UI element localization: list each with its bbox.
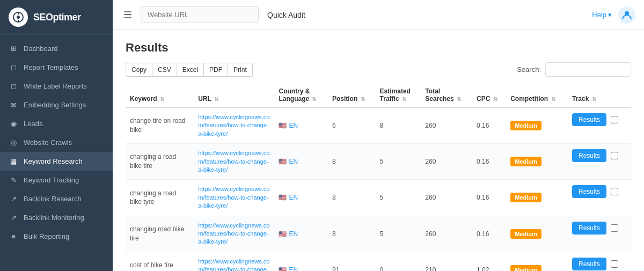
- total-searches-cell: 260: [421, 107, 472, 144]
- csv-button[interactable]: CSV: [152, 63, 177, 77]
- sidebar-item-bulk-reporting[interactable]: ≡ Bulk Reporting: [0, 227, 113, 246]
- sort-icon: ⇅: [214, 96, 218, 102]
- flag-icon: 🇺🇸: [279, 266, 287, 271]
- track-checkbox[interactable]: [611, 260, 618, 268]
- track-cell: Results: [568, 144, 631, 167]
- sort-icon: ⇅: [592, 96, 596, 102]
- results-table-wrapper: Keyword ⇅ URL ⇅ Country &Language ⇅ Posi…: [126, 83, 631, 271]
- sidebar-item-leads[interactable]: ◉ Leads: [0, 114, 113, 133]
- position-cell: 8: [328, 144, 376, 180]
- table-header-row: Keyword ⇅ URL ⇅ Country &Language ⇅ Posi…: [126, 83, 631, 107]
- sidebar-item-label: Keyword Research: [24, 157, 83, 165]
- url-cell[interactable]: https://www.cyclingnews.com/features/how…: [194, 144, 274, 180]
- competition-cell: Medium: [506, 144, 568, 180]
- search-input[interactable]: [545, 62, 631, 77]
- logo-text: SEOptimer: [33, 12, 81, 23]
- results-button[interactable]: Results: [572, 258, 606, 270]
- sidebar-item-label: Bulk Reporting: [24, 232, 69, 240]
- copy-button[interactable]: Copy: [126, 63, 152, 77]
- col-est-traffic: EstimatedTraffic ⇅: [376, 83, 421, 107]
- dashboard-icon: ⊞: [9, 45, 18, 53]
- cpc-cell: 1.02: [472, 252, 506, 271]
- sidebar-item-label: Leads: [24, 120, 42, 128]
- track-cell: Results: [568, 108, 631, 131]
- sort-icon: ⇅: [361, 96, 365, 102]
- print-button[interactable]: Print: [228, 63, 253, 77]
- medium-badge: Medium: [510, 157, 541, 166]
- sidebar-item-white-label-reports[interactable]: ◻ White Label Reports: [0, 77, 113, 96]
- total-searches-cell: 260: [421, 144, 472, 180]
- header: ☰ Quick Audit Help ▾: [113, 0, 644, 30]
- sidebar-logo[interactable]: SEOptimer: [0, 0, 113, 35]
- track-checkbox[interactable]: [611, 188, 618, 195]
- total-searches-cell: 260: [421, 216, 472, 252]
- medium-badge: Medium: [510, 265, 541, 271]
- col-cpc: CPC ⇅: [472, 83, 506, 107]
- sidebar-item-keyword-tracking[interactable]: ✎ Keyword Tracking: [0, 171, 113, 189]
- sidebar-item-backlink-research[interactable]: ↗ Backlink Research: [0, 189, 113, 208]
- pdf-button[interactable]: PDF: [203, 63, 228, 77]
- track-checkbox[interactable]: [611, 152, 618, 159]
- url-cell[interactable]: https://www.cyclingnews.com/features/how…: [194, 107, 274, 144]
- competition-cell: Medium: [506, 107, 568, 144]
- results-button[interactable]: Results: [572, 149, 606, 162]
- total-searches-cell: 210: [421, 252, 472, 271]
- sidebar-item-label: Keyword Tracking: [24, 176, 79, 184]
- help-label: Help: [592, 11, 606, 19]
- col-country: Country &Language ⇅: [274, 83, 327, 107]
- language-label: EN: [289, 266, 298, 271]
- flag-icon: 🇺🇸: [279, 194, 287, 201]
- sidebar-item-keyword-research[interactable]: ▦ Keyword Research: [0, 152, 113, 171]
- keyword-cell: changing a road bike tyre: [126, 180, 194, 216]
- sidebar-item-report-templates[interactable]: ◻ Report Templates: [0, 58, 113, 77]
- sidebar-item-website-crawls[interactable]: ◎ Website Crawls: [0, 133, 113, 152]
- table-row: changing a road bike tire https://www.cy…: [126, 144, 631, 180]
- sidebar: SEOptimer ⊞ Dashboard◻ Report Templates◻…: [0, 0, 113, 271]
- cpc-cell: 0.16: [472, 144, 506, 180]
- country-cell: 🇺🇸 EN: [274, 216, 327, 252]
- excel-button[interactable]: Excel: [177, 63, 204, 77]
- sidebar-item-backlink-monitoring[interactable]: ↗ Backlink Monitoring: [0, 208, 113, 227]
- est-traffic-cell: 5: [376, 144, 421, 180]
- url-cell[interactable]: https://www.cyclingnews.com/features/how…: [194, 252, 274, 271]
- leads-icon: ◉: [9, 120, 18, 128]
- track-checkbox[interactable]: [611, 116, 618, 123]
- quick-audit-button[interactable]: Quick Audit: [265, 11, 308, 19]
- help-button[interactable]: Help ▾: [592, 11, 612, 19]
- sort-icon: ⇅: [493, 96, 497, 102]
- keyword-tracking-icon: ✎: [9, 176, 18, 184]
- sidebar-item-label: Dashboard: [24, 45, 58, 53]
- sidebar-item-label: White Label Reports: [24, 82, 87, 90]
- website-crawls-icon: ◎: [9, 138, 18, 147]
- track-checkbox[interactable]: [611, 224, 618, 232]
- flag-icon: 🇺🇸: [279, 230, 287, 238]
- main-area: ☰ Quick Audit Help ▾ Results Copy CSV Ex…: [113, 0, 644, 271]
- est-traffic-cell: 0: [376, 252, 421, 271]
- keyword-cell: changing a road bike tire: [126, 144, 194, 180]
- country-cell: 🇺🇸 EN: [274, 252, 327, 271]
- track-cell: Results: [568, 216, 631, 240]
- results-button[interactable]: Results: [572, 222, 606, 235]
- medium-badge: Medium: [510, 229, 541, 239]
- content-area: Results Copy CSV Excel PDF Print Search:…: [113, 30, 644, 271]
- est-traffic-cell: 5: [376, 180, 421, 216]
- sort-icon: ⇅: [160, 96, 164, 102]
- cpc-cell: 0.16: [472, 107, 506, 144]
- sidebar-item-dashboard[interactable]: ⊞ Dashboard: [0, 39, 113, 58]
- country-cell: 🇺🇸 EN: [274, 180, 327, 216]
- url-cell[interactable]: https://www.cyclingnews.com/features/how…: [194, 216, 274, 252]
- sort-icon: ⇅: [402, 96, 406, 102]
- results-button[interactable]: Results: [572, 185, 606, 198]
- url-cell[interactable]: https://www.cyclingnews.com/features/how…: [194, 180, 274, 216]
- user-avatar[interactable]: [618, 6, 635, 24]
- sidebar-item-label: Embedding Settings: [24, 101, 86, 109]
- sidebar-item-embedding-settings[interactable]: ✉ Embedding Settings: [0, 96, 113, 114]
- url-input[interactable]: [141, 6, 259, 23]
- col-url: URL ⇅: [194, 83, 274, 107]
- sidebar-item-label: Backlink Research: [24, 195, 82, 203]
- hamburger-icon[interactable]: ☰: [121, 7, 134, 23]
- results-button[interactable]: Results: [572, 113, 606, 126]
- svg-point-1: [17, 16, 20, 19]
- table-row: change tire on road bike https://www.cyc…: [126, 107, 631, 144]
- toolbar: Copy CSV Excel PDF Print Search:: [126, 62, 631, 77]
